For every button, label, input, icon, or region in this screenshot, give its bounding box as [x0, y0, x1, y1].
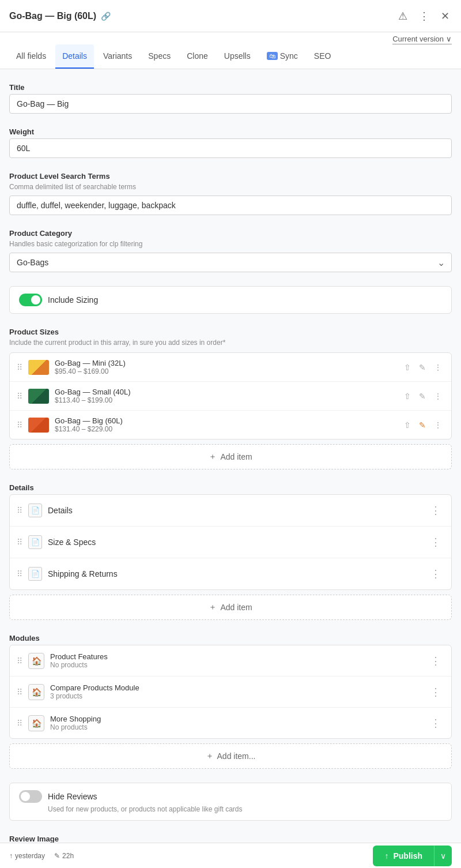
product-name: Go-Bag — Mini (32L)	[55, 359, 396, 367]
add-size-item-button[interactable]: ＋ Add item	[9, 444, 452, 469]
tab-specs[interactable]: Specs	[141, 44, 177, 69]
current-version[interactable]: Current version ∨	[392, 35, 452, 44]
more-options-icon[interactable]: ⋮	[427, 503, 444, 518]
drag-handle-icon[interactable]: ⠿	[17, 687, 22, 697]
search-terms-sublabel: Comma delimited list of searchable terms	[9, 183, 452, 191]
product-sizes-list: ⠿ Go-Bag — Mini (32L) $95.40 – $169.00 ⇧…	[9, 352, 452, 439]
edit-icon[interactable]: ✎	[417, 418, 428, 432]
move-top-icon[interactable]: ⇧	[402, 389, 413, 403]
tab-details[interactable]: Details	[55, 44, 94, 69]
doc-icon: 📄	[28, 567, 42, 581]
warning-button[interactable]: ⚠	[396, 7, 410, 25]
search-terms-input[interactable]	[9, 196, 452, 215]
product-price: $113.40 – $199.00	[55, 396, 396, 404]
title-field-group: Title	[9, 83, 452, 114]
list-item: ⠿ 🏠 More Shopping No products ⋮	[10, 708, 451, 738]
add-detail-label: Add item	[220, 603, 252, 612]
product-sizes-group: Product Sizes Include the current produc…	[9, 328, 452, 469]
detail-item-name: Size & Specs	[48, 538, 421, 547]
more-options-icon[interactable]: ⋮	[427, 685, 444, 700]
drag-handle-icon[interactable]: ⠿	[17, 569, 22, 578]
edit-icon[interactable]: ✎	[417, 360, 428, 374]
include-sizing-label: Include Sizing	[48, 295, 98, 305]
module-name: Compare Products Module	[50, 683, 421, 692]
drag-handle-icon[interactable]: ⠿	[17, 656, 22, 666]
item-actions: ⇧ ✎ ⋮	[402, 418, 444, 432]
doc-icon: 📄	[28, 535, 42, 549]
more-options-icon[interactable]: ⋮	[432, 389, 444, 403]
footer-right: ↑ Publish ∨	[373, 846, 452, 866]
product-info: Go-Bag — Small (40L) $113.40 – $199.00	[55, 388, 396, 404]
publish-dropdown-button[interactable]: ∨	[434, 846, 452, 866]
tab-sync[interactable]: 🛍 Sync	[260, 44, 305, 69]
list-item: ⠿ 🏠 Compare Products Module 3 products ⋮	[10, 677, 451, 708]
include-sizing-toggle[interactable]	[19, 294, 42, 306]
product-category-label: Product Category	[9, 229, 452, 238]
details-section-label: Details	[9, 483, 452, 492]
module-name: More Shopping	[50, 715, 421, 723]
module-sub: No products	[50, 661, 421, 669]
list-item: ⠿ Go-Bag — Small (40L) $113.40 – $199.00…	[10, 382, 451, 411]
hide-reviews-toggle[interactable]	[19, 790, 42, 803]
hide-reviews-group: Hide Reviews Used for new products, or p…	[9, 783, 452, 821]
module-icon: 🏠	[28, 715, 44, 731]
main-content: Title Weight Product Level Search Terms …	[0, 69, 461, 868]
include-sizing-group: Include Sizing	[9, 286, 452, 314]
hide-reviews-label: Hide Reviews	[48, 792, 97, 801]
add-module-label: Add item...	[217, 751, 256, 761]
tab-all-fields[interactable]: All fields	[9, 44, 53, 69]
more-options-icon[interactable]: ⋮	[432, 360, 444, 374]
more-options-icon[interactable]: ⋮	[432, 418, 444, 432]
search-terms-label: Product Level Search Terms	[9, 172, 452, 181]
link-icon[interactable]: 🔗	[101, 12, 111, 21]
tab-upsells[interactable]: Upsells	[217, 44, 258, 69]
drag-handle-icon[interactable]: ⠿	[17, 719, 22, 728]
edit-icon[interactable]: ✎	[417, 389, 428, 403]
move-top-icon[interactable]: ⇧	[402, 360, 413, 374]
plus-icon: ＋	[206, 751, 214, 761]
product-category-select[interactable]: Go-Bags Bags Accessories Travel	[9, 253, 452, 272]
product-price: $95.40 – $169.00	[55, 367, 396, 375]
edit-icon: ✎	[54, 852, 60, 860]
tabs-bar: All fields Details Variants Specs Clone …	[0, 44, 461, 69]
tab-variants[interactable]: Variants	[96, 44, 139, 69]
drag-handle-icon[interactable]: ⠿	[17, 392, 22, 401]
weight-input[interactable]	[9, 138, 452, 158]
move-top-icon[interactable]: ⇧	[402, 418, 413, 432]
drag-handle-icon[interactable]: ⠿	[17, 363, 22, 372]
drag-handle-icon[interactable]: ⠿	[17, 506, 22, 515]
more-options-icon[interactable]: ⋮	[427, 566, 444, 581]
product-category-field-group: Product Category Handles basic categoriz…	[9, 229, 452, 272]
module-info: More Shopping No products	[50, 715, 421, 731]
drag-handle-icon[interactable]: ⠿	[17, 420, 22, 430]
publish-label: Publish	[393, 851, 422, 861]
footer: ↑ yesterday ✎ 22h ↑ Publish ∨	[0, 843, 461, 868]
list-item: ⠿ 📄 Details ⋮	[10, 495, 451, 527]
weight-field-group: Weight	[9, 127, 452, 158]
more-button[interactable]: ⋮	[417, 7, 432, 25]
publish-button[interactable]: ↑ Publish	[373, 846, 434, 866]
review-image-label: Review Image	[9, 835, 452, 843]
title-input[interactable]	[9, 94, 452, 114]
search-terms-field-group: Product Level Search Terms Comma delimit…	[9, 172, 452, 215]
list-item: ⠿ Go-Bag — Mini (32L) $95.40 – $169.00 ⇧…	[10, 353, 451, 382]
tab-clone[interactable]: Clone	[180, 44, 215, 69]
more-options-icon[interactable]: ⋮	[427, 716, 444, 731]
tab-seo[interactable]: SEO	[307, 44, 338, 69]
add-detail-item-button[interactable]: ＋ Add item	[9, 595, 452, 620]
product-name: Go-Bag — Big (60L)	[55, 416, 396, 425]
more-options-icon[interactable]: ⋮	[427, 653, 444, 668]
close-button[interactable]: ✕	[439, 7, 452, 25]
plus-icon: ＋	[209, 452, 217, 462]
list-item: ⠿ 📄 Size & Specs ⋮	[10, 527, 451, 558]
hide-reviews-sublabel: Used for new products, or products not a…	[48, 805, 243, 813]
drag-handle-icon[interactable]: ⠿	[17, 538, 22, 547]
product-thumbnail	[28, 418, 49, 433]
list-item: ⠿ 📄 Shipping & Returns ⋮	[10, 558, 451, 589]
publish-upload-icon: ↑	[384, 851, 388, 861]
more-options-icon[interactable]: ⋮	[427, 535, 444, 550]
module-sub: No products	[50, 723, 421, 731]
add-module-item-button[interactable]: ＋ Add item...	[9, 743, 452, 769]
product-thumbnail	[28, 389, 49, 404]
details-list: ⠿ 📄 Details ⋮ ⠿ 📄 Size & Specs ⋮ ⠿ 📄 Shi…	[9, 494, 452, 590]
